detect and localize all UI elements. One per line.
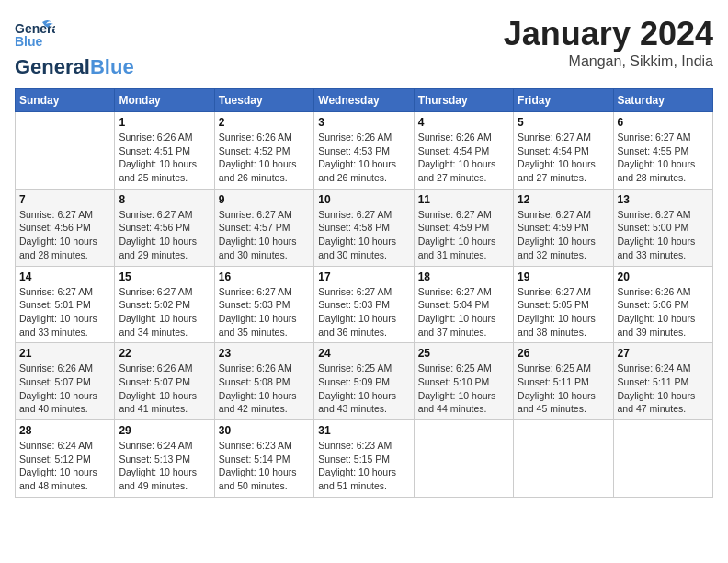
day-number: 7 (19, 193, 110, 206)
location: Mangan, Sikkim, India (504, 53, 713, 70)
day-number: 26 (518, 347, 609, 360)
day-info: Sunrise: 6:27 AMSunset: 5:03 PMDaylight:… (318, 285, 409, 339)
day-number: 4 (418, 116, 509, 129)
logo: General Blue GeneralBlue (15, 15, 134, 77)
day-number: 18 (418, 270, 509, 283)
calendar-cell: 2Sunrise: 6:26 AMSunset: 4:52 PMDaylight… (214, 112, 313, 190)
calendar-cell: 23Sunrise: 6:26 AMSunset: 5:08 PMDayligh… (214, 343, 313, 420)
day-info: Sunrise: 6:27 AMSunset: 5:00 PMDaylight:… (618, 208, 709, 262)
day-info: Sunrise: 6:27 AMSunset: 5:04 PMDaylight:… (418, 285, 509, 339)
day-info: Sunrise: 6:27 AMSunset: 4:58 PMDaylight:… (318, 208, 409, 262)
column-header-thursday: Thursday (414, 89, 513, 112)
svg-text:Blue: Blue (15, 34, 43, 49)
day-number: 28 (19, 424, 110, 437)
calendar-cell: 10Sunrise: 6:27 AMSunset: 4:58 PMDayligh… (314, 189, 414, 266)
calendar-cell: 1Sunrise: 6:26 AMSunset: 4:51 PMDaylight… (115, 112, 214, 190)
day-info: Sunrise: 6:25 AMSunset: 5:11 PMDaylight:… (518, 362, 609, 416)
day-info: Sunrise: 6:26 AMSunset: 4:51 PMDaylight:… (119, 131, 210, 185)
day-number: 9 (219, 193, 310, 206)
calendar-cell: 15Sunrise: 6:27 AMSunset: 5:02 PMDayligh… (115, 266, 214, 343)
day-info: Sunrise: 6:24 AMSunset: 5:13 PMDaylight:… (119, 439, 210, 493)
calendar-cell: 6Sunrise: 6:27 AMSunset: 4:55 PMDaylight… (613, 112, 712, 190)
calendar-cell: 9Sunrise: 6:27 AMSunset: 4:57 PMDaylight… (214, 189, 313, 266)
calendar-cell: 8Sunrise: 6:27 AMSunset: 4:56 PMDaylight… (115, 189, 214, 266)
calendar-cell: 5Sunrise: 6:27 AMSunset: 4:54 PMDaylight… (514, 112, 613, 190)
title-block: January 2024 Mangan, Sikkim, India (504, 15, 713, 70)
day-number: 13 (618, 193, 709, 206)
calendar-table: SundayMondayTuesdayWednesdayThursdayFrid… (15, 88, 713, 498)
calendar-cell: 29Sunrise: 6:24 AMSunset: 5:13 PMDayligh… (115, 420, 214, 498)
calendar-week-row: 1Sunrise: 6:26 AMSunset: 4:51 PMDaylight… (16, 112, 713, 190)
calendar-week-row: 21Sunrise: 6:26 AMSunset: 5:07 PMDayligh… (16, 343, 713, 420)
calendar-cell (414, 420, 513, 498)
day-number: 5 (518, 116, 609, 129)
day-number: 15 (119, 270, 210, 283)
column-header-wednesday: Wednesday (314, 89, 414, 112)
calendar-cell: 14Sunrise: 6:27 AMSunset: 5:01 PMDayligh… (16, 266, 115, 343)
day-number: 8 (119, 193, 210, 206)
calendar-week-row: 28Sunrise: 6:24 AMSunset: 5:12 PMDayligh… (16, 420, 713, 498)
day-number: 25 (418, 347, 509, 360)
day-info: Sunrise: 6:25 AMSunset: 5:09 PMDaylight:… (318, 362, 409, 416)
calendar-cell: 30Sunrise: 6:23 AMSunset: 5:14 PMDayligh… (214, 420, 313, 498)
day-info: Sunrise: 6:26 AMSunset: 4:54 PMDaylight:… (418, 131, 509, 185)
column-header-monday: Monday (115, 89, 214, 112)
day-number: 27 (618, 347, 709, 360)
logo-general: General (15, 57, 90, 77)
day-info: Sunrise: 6:26 AMSunset: 5:07 PMDaylight:… (19, 362, 110, 416)
calendar-cell: 26Sunrise: 6:25 AMSunset: 5:11 PMDayligh… (514, 343, 613, 420)
calendar-cell: 16Sunrise: 6:27 AMSunset: 5:03 PMDayligh… (214, 266, 313, 343)
day-number: 10 (318, 193, 409, 206)
day-info: Sunrise: 6:27 AMSunset: 5:01 PMDaylight:… (19, 285, 110, 339)
calendar-cell: 4Sunrise: 6:26 AMSunset: 4:54 PMDaylight… (414, 112, 513, 190)
day-number: 6 (618, 116, 709, 129)
logo-blue: Blue (90, 57, 134, 77)
day-info: Sunrise: 6:27 AMSunset: 4:56 PMDaylight:… (19, 208, 110, 262)
column-header-friday: Friday (514, 89, 613, 112)
day-info: Sunrise: 6:23 AMSunset: 5:14 PMDaylight:… (219, 439, 310, 493)
calendar-cell: 11Sunrise: 6:27 AMSunset: 4:59 PMDayligh… (414, 189, 513, 266)
day-info: Sunrise: 6:23 AMSunset: 5:15 PMDaylight:… (318, 439, 409, 493)
day-number: 30 (219, 424, 310, 437)
day-number: 3 (318, 116, 409, 129)
day-info: Sunrise: 6:27 AMSunset: 4:56 PMDaylight:… (119, 208, 210, 262)
day-number: 17 (318, 270, 409, 283)
page-header: General Blue GeneralBlue January 2024 Ma… (15, 15, 713, 77)
day-info: Sunrise: 6:26 AMSunset: 4:53 PMDaylight:… (318, 131, 409, 185)
calendar-cell: 25Sunrise: 6:25 AMSunset: 5:10 PMDayligh… (414, 343, 513, 420)
day-number: 2 (219, 116, 310, 129)
day-info: Sunrise: 6:27 AMSunset: 4:59 PMDaylight:… (518, 208, 609, 262)
calendar-cell: 18Sunrise: 6:27 AMSunset: 5:04 PMDayligh… (414, 266, 513, 343)
month-title: January 2024 (504, 15, 713, 53)
day-number: 21 (19, 347, 110, 360)
day-info: Sunrise: 6:26 AMSunset: 4:52 PMDaylight:… (219, 131, 310, 185)
day-info: Sunrise: 6:27 AMSunset: 5:02 PMDaylight:… (119, 285, 210, 339)
calendar-cell: 19Sunrise: 6:27 AMSunset: 5:05 PMDayligh… (514, 266, 613, 343)
day-number: 23 (219, 347, 310, 360)
calendar-cell (16, 112, 115, 190)
day-info: Sunrise: 6:27 AMSunset: 4:55 PMDaylight:… (618, 131, 709, 185)
day-number: 20 (618, 270, 709, 283)
day-number: 24 (318, 347, 409, 360)
day-number: 31 (318, 424, 409, 437)
column-header-tuesday: Tuesday (214, 89, 313, 112)
day-info: Sunrise: 6:26 AMSunset: 5:07 PMDaylight:… (119, 362, 210, 416)
day-info: Sunrise: 6:27 AMSunset: 5:05 PMDaylight:… (518, 285, 609, 339)
calendar-cell: 22Sunrise: 6:26 AMSunset: 5:07 PMDayligh… (115, 343, 214, 420)
calendar-week-row: 14Sunrise: 6:27 AMSunset: 5:01 PMDayligh… (16, 266, 713, 343)
day-info: Sunrise: 6:24 AMSunset: 5:11 PMDaylight:… (618, 362, 709, 416)
column-header-saturday: Saturday (613, 89, 712, 112)
day-info: Sunrise: 6:25 AMSunset: 5:10 PMDaylight:… (418, 362, 509, 416)
calendar-week-row: 7Sunrise: 6:27 AMSunset: 4:56 PMDaylight… (16, 189, 713, 266)
calendar-cell: 7Sunrise: 6:27 AMSunset: 4:56 PMDaylight… (16, 189, 115, 266)
calendar-cell: 3Sunrise: 6:26 AMSunset: 4:53 PMDaylight… (314, 112, 414, 190)
calendar-cell: 28Sunrise: 6:24 AMSunset: 5:12 PMDayligh… (16, 420, 115, 498)
day-info: Sunrise: 6:26 AMSunset: 5:08 PMDaylight:… (219, 362, 310, 416)
calendar-cell: 13Sunrise: 6:27 AMSunset: 5:00 PMDayligh… (613, 189, 712, 266)
calendar-cell: 17Sunrise: 6:27 AMSunset: 5:03 PMDayligh… (314, 266, 414, 343)
column-header-sunday: Sunday (16, 89, 115, 112)
day-info: Sunrise: 6:26 AMSunset: 5:06 PMDaylight:… (618, 285, 709, 339)
day-info: Sunrise: 6:27 AMSunset: 4:59 PMDaylight:… (418, 208, 509, 262)
calendar-cell: 27Sunrise: 6:24 AMSunset: 5:11 PMDayligh… (613, 343, 712, 420)
day-info: Sunrise: 6:24 AMSunset: 5:12 PMDaylight:… (19, 439, 110, 493)
